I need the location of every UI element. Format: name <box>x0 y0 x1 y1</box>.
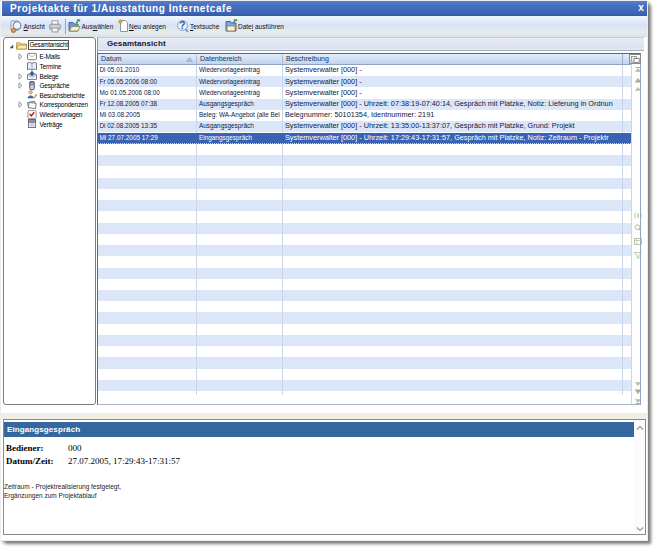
svg-text:?: ? <box>179 20 185 31</box>
